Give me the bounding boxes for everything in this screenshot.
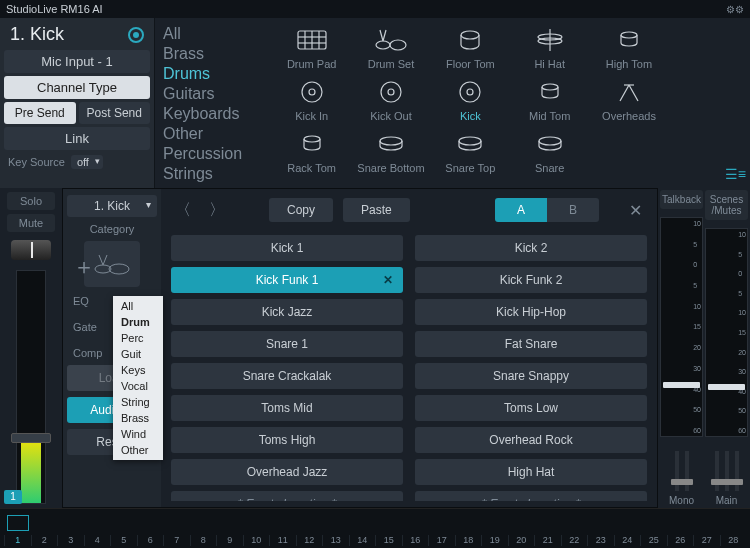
ruler-channel-6[interactable]: 6 <box>137 535 164 546</box>
ruler-channel-18[interactable]: 18 <box>455 535 482 546</box>
flex-fader-5[interactable] <box>735 451 739 491</box>
dropdown-item-brass[interactable]: Brass <box>113 410 163 426</box>
preset-slot[interactable]: Toms Low <box>415 395 647 421</box>
instrument-rack-tom[interactable]: Rack Tom <box>272 128 351 180</box>
category-item-drums[interactable]: Drums <box>163 64 262 84</box>
ruler-channel-14[interactable]: 14 <box>349 535 376 546</box>
clear-preset-icon[interactable]: ✕ <box>383 273 393 287</box>
ruler-channel-3[interactable]: 3 <box>57 535 84 546</box>
ruler-channel-17[interactable]: 17 <box>428 535 455 546</box>
list-view-icon[interactable]: ☰≡ <box>725 166 746 182</box>
dropdown-item-vocal[interactable]: Vocal <box>113 378 163 394</box>
preset-slot[interactable]: Overhead Jazz <box>171 459 403 485</box>
pan-knob[interactable] <box>11 240 51 260</box>
prev-arrow-icon[interactable]: 〈 <box>171 198 195 222</box>
instrument-snare-top[interactable]: Snare Top <box>431 128 510 180</box>
flex-fader-3[interactable] <box>715 451 719 491</box>
preset-slot[interactable]: Toms High <box>171 427 403 453</box>
close-icon[interactable]: ✕ <box>623 198 647 222</box>
dropdown-item-guit[interactable]: Guit <box>113 346 163 362</box>
ruler-channel-9[interactable]: 9 <box>216 535 243 546</box>
category-item-brass[interactable]: Brass <box>163 44 262 64</box>
instrument-overheads[interactable]: Overheads <box>589 76 668 128</box>
ruler-channel-20[interactable]: 20 <box>508 535 535 546</box>
dropdown-item-wind[interactable]: Wind <box>113 426 163 442</box>
ruler-channel-16[interactable]: 16 <box>402 535 429 546</box>
preset-slot[interactable]: Snare 1 <box>171 331 403 357</box>
post-send-button[interactable]: Post Send <box>79 102 151 124</box>
preset-slot[interactable]: Kick Hip-Hop <box>415 299 647 325</box>
ruler-channel-11[interactable]: 11 <box>269 535 296 546</box>
ruler-channel-4[interactable]: 4 <box>84 535 111 546</box>
category-item-percussion[interactable]: Percussion <box>163 144 262 164</box>
dropdown-item-drum[interactable]: Drum <box>113 314 163 330</box>
instrument-hi-hat[interactable]: Hi Hat <box>510 24 589 76</box>
channel-ruler[interactable]: 1234567891011121314151617181920212223242… <box>0 508 750 548</box>
instrument-kick-in[interactable]: Kick In <box>272 76 351 128</box>
category-item-other[interactable]: Other <box>163 124 262 144</box>
category-item-strings[interactable]: Strings <box>163 164 262 184</box>
mute-button[interactable]: Mute <box>7 214 55 232</box>
preset-slot[interactable]: High Hat <box>415 459 647 485</box>
dropdown-item-all[interactable]: All <box>113 298 163 314</box>
dropdown-item-other[interactable]: Other <box>113 442 163 458</box>
ruler-channel-27[interactable]: 27 <box>693 535 720 546</box>
ruler-channel-7[interactable]: 7 <box>163 535 190 546</box>
ruler-channel-8[interactable]: 8 <box>190 535 217 546</box>
gear-icon[interactable] <box>128 27 144 43</box>
link-button[interactable]: Link <box>4 127 150 150</box>
category-item-guitars[interactable]: Guitars <box>163 84 262 104</box>
preset-slot[interactable]: Toms Mid <box>171 395 403 421</box>
instrument-drum-set[interactable]: Drum Set <box>351 24 430 76</box>
flex-fader-1[interactable] <box>675 451 679 491</box>
ruler-channel-15[interactable]: 15 <box>375 535 402 546</box>
main-fader-handle[interactable] <box>708 384 745 390</box>
preset-slot[interactable]: Overhead Rock <box>415 427 647 453</box>
copy-button[interactable]: Copy <box>269 198 333 222</box>
preset-slot[interactable]: * Empty Location * <box>171 491 403 501</box>
instrument-floor-tom[interactable]: Floor Tom <box>431 24 510 76</box>
fader-handle[interactable] <box>11 433 51 443</box>
ruler-channel-5[interactable]: 5 <box>110 535 137 546</box>
next-arrow-icon[interactable]: 〉 <box>205 198 229 222</box>
dropdown-item-string[interactable]: String <box>113 394 163 410</box>
ruler-channel-23[interactable]: 23 <box>587 535 614 546</box>
preset-slot[interactable]: Snare Crackalak <box>171 363 403 389</box>
pre-send-button[interactable]: Pre Send <box>4 102 76 124</box>
ruler-channel-2[interactable]: 2 <box>31 535 58 546</box>
ruler-channel-25[interactable]: 25 <box>640 535 667 546</box>
flex-fader-4[interactable] <box>725 451 729 491</box>
ruler-channel-22[interactable]: 22 <box>561 535 588 546</box>
preset-slot[interactable]: Kick 1 <box>171 235 403 261</box>
dropdown-item-perc[interactable]: Perc <box>113 330 163 346</box>
instrument-kick[interactable]: Kick <box>431 76 510 128</box>
channel-select-dropdown[interactable]: 1. Kick <box>67 195 157 217</box>
preset-slot[interactable]: Snare Snappy <box>415 363 647 389</box>
ruler-channel-19[interactable]: 19 <box>481 535 508 546</box>
ruler-channel-24[interactable]: 24 <box>614 535 641 546</box>
instrument-drum-pad[interactable]: Drum Pad <box>272 24 351 76</box>
ruler-channel-12[interactable]: 12 <box>296 535 323 546</box>
preset-slot[interactable]: Kick Jazz <box>171 299 403 325</box>
paste-button[interactable]: Paste <box>343 198 410 222</box>
talkback-button[interactable]: Talkback <box>660 190 703 209</box>
ruler-channel-21[interactable]: 21 <box>534 535 561 546</box>
add-icon[interactable]: ＋ <box>72 256 96 280</box>
ruler-channel-10[interactable]: 10 <box>243 535 270 546</box>
instrument-snare-bottom[interactable]: Snare Bottom <box>351 128 430 180</box>
category-item-keyboards[interactable]: Keyboards <box>163 104 262 124</box>
ab-b-button[interactable]: B <box>547 198 599 222</box>
preset-slot[interactable]: Kick 2 <box>415 235 647 261</box>
mono-fader-handle[interactable] <box>663 382 700 388</box>
instrument-high-tom[interactable]: High Tom <box>589 24 668 76</box>
flex-fader-2[interactable] <box>685 451 689 491</box>
scenes-mutes-button[interactable]: Scenes /Mutes <box>705 190 748 220</box>
mic-input-button[interactable]: Mic Input - 1 <box>4 50 150 73</box>
ab-a-button[interactable]: A <box>495 198 547 222</box>
dropdown-item-keys[interactable]: Keys <box>113 362 163 378</box>
preset-slot[interactable]: Kick Funk 2 <box>415 267 647 293</box>
ruler-channel-13[interactable]: 13 <box>322 535 349 546</box>
ruler-channel-28[interactable]: 28 <box>720 535 747 546</box>
instrument-mid-tom[interactable]: Mid Tom <box>510 76 589 128</box>
preset-slot[interactable]: * Empty Location * <box>415 491 647 501</box>
